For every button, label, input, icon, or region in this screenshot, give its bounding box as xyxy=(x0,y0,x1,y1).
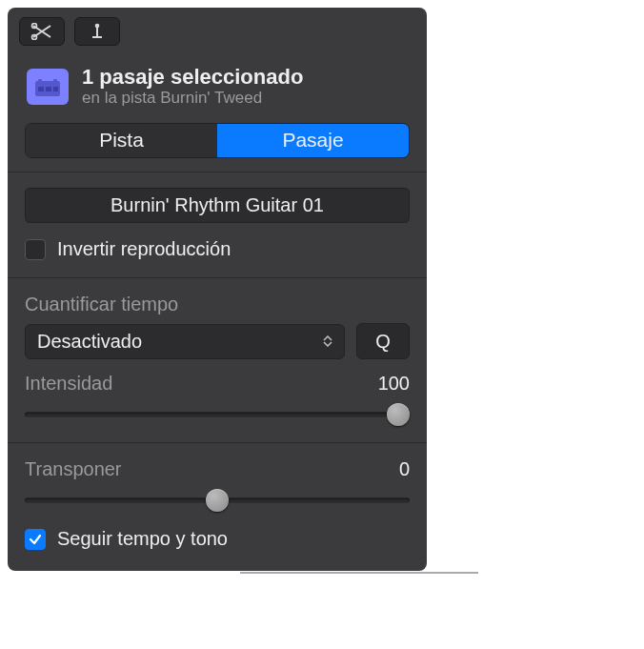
callout-line xyxy=(240,572,478,574)
scissors-tab-button[interactable] xyxy=(19,17,65,46)
metronome-icon xyxy=(87,22,108,41)
strength-slider[interactable] xyxy=(25,404,410,425)
chevron-updown-icon xyxy=(323,335,332,347)
slider-thumb[interactable] xyxy=(387,403,410,426)
svg-rect-6 xyxy=(38,87,44,91)
scissors-icon xyxy=(30,23,53,40)
track-region-segmented[interactable]: Pista Pasaje xyxy=(25,123,410,158)
svg-rect-5 xyxy=(53,79,57,84)
svg-rect-4 xyxy=(38,79,42,84)
reverse-checkbox[interactable] xyxy=(25,239,46,260)
tab-region[interactable]: Pasaje xyxy=(217,124,409,157)
follow-tempo-checkbox[interactable] xyxy=(25,529,46,550)
strength-value[interactable]: 100 xyxy=(378,373,410,395)
svg-rect-8 xyxy=(53,87,58,91)
svg-point-2 xyxy=(95,24,100,29)
selection-subtitle: en la pista Burnin' Tweed xyxy=(82,89,303,108)
slider-track xyxy=(25,413,410,417)
metronome-tab-button[interactable] xyxy=(74,17,120,46)
transpose-value[interactable]: 0 xyxy=(399,458,410,480)
region-icon xyxy=(27,69,69,105)
strength-label: Intensidad xyxy=(25,373,112,395)
quantize-dropdown[interactable]: Desactivado xyxy=(25,324,345,359)
region-name-input[interactable]: Burnin' Rhythm Guitar 01 xyxy=(25,188,410,223)
tab-track[interactable]: Pista xyxy=(26,124,217,157)
check-icon xyxy=(29,533,42,546)
slider-thumb[interactable] xyxy=(206,489,229,512)
svg-rect-7 xyxy=(46,87,51,91)
quantize-button[interactable]: Q xyxy=(356,323,410,359)
selection-title: 1 pasaje seleccionado xyxy=(82,65,303,89)
reverse-label: Invertir reproducción xyxy=(57,238,231,260)
quantize-label: Cuantificar tiempo xyxy=(25,294,410,315)
transpose-slider[interactable] xyxy=(25,490,410,511)
follow-tempo-label: Seguir tempo y tono xyxy=(57,528,228,550)
quantize-value: Desactivado xyxy=(37,331,142,353)
transpose-label: Transponer xyxy=(25,458,122,480)
